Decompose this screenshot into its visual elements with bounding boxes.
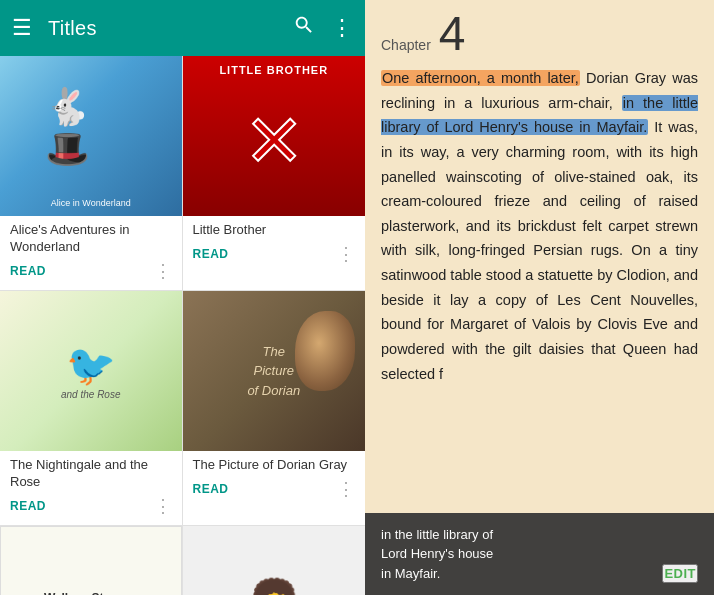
dorian-cover-text: ThePictureof Dorian bbox=[247, 342, 300, 401]
toolbar: ☰ Titles ⋮ bbox=[0, 0, 365, 56]
book-cover-wallace: Wallace Stevens · poems · bbox=[0, 526, 182, 595]
book-title-little-brother: Little Brother bbox=[193, 222, 356, 239]
chapter-number: 4 bbox=[439, 10, 466, 58]
book-cover-alice bbox=[0, 56, 182, 216]
search-icon[interactable] bbox=[293, 14, 315, 42]
book-cover-little-brother: ✕ bbox=[183, 56, 366, 216]
right-panel: Chapter 4 One afternoon, a month later, … bbox=[365, 0, 714, 595]
book-info-dorian: The Picture of Dorian Gray bbox=[183, 451, 366, 474]
book-more-icon-nightingale[interactable]: ⋮ bbox=[154, 495, 172, 517]
book-card-alice: Alice's Adventures in Wonderland READ ⋮ bbox=[0, 56, 183, 291]
book-actions-alice: READ ⋮ bbox=[0, 256, 182, 282]
read-button-nightingale[interactable]: READ bbox=[10, 495, 46, 517]
book-more-icon-little-brother[interactable]: ⋮ bbox=[337, 243, 355, 265]
wallace-cover-name: Wallace Stevens bbox=[44, 591, 138, 595]
book-actions-dorian: READ ⋮ bbox=[183, 474, 366, 500]
book-card-little-brother: ✕ Little Brother READ ⋮ bbox=[183, 56, 366, 291]
read-button-little-brother[interactable]: READ bbox=[193, 243, 229, 265]
menu-icon[interactable]: ☰ bbox=[12, 15, 32, 41]
more-options-icon[interactable]: ⋮ bbox=[331, 15, 353, 41]
left-panel: ☰ Titles ⋮ Alice's Adventures in Wonderl… bbox=[0, 0, 365, 595]
book-more-icon-alice[interactable]: ⋮ bbox=[154, 260, 172, 282]
tooltip-text: in the little library of Lord Henry's ho… bbox=[381, 525, 662, 584]
edit-button[interactable]: EDIT bbox=[662, 564, 698, 583]
highlight-orange: One afternoon, a month later, bbox=[381, 70, 580, 86]
book-cover-last: 🧑‍🦱 bbox=[183, 526, 366, 595]
book-info-little-brother: Little Brother bbox=[183, 216, 366, 239]
book-title-nightingale: The Nightingale and the Rose bbox=[10, 457, 172, 491]
reading-text-body: It was, in its way, a very charming room… bbox=[381, 119, 698, 381]
book-info-alice: Alice's Adventures in Wonderland bbox=[0, 216, 182, 256]
book-card-wallace: Wallace Stevens · poems · Wallace Steven… bbox=[0, 526, 183, 595]
chapter-label: Chapter bbox=[381, 37, 431, 53]
book-card-nightingale: The Nightingale and the Rose READ ⋮ bbox=[0, 291, 183, 526]
last-cover-person: 🧑‍🦱 bbox=[243, 577, 305, 595]
x-mark-decoration: ✕ bbox=[244, 99, 304, 183]
tooltip-popup: in the little library of Lord Henry's ho… bbox=[365, 513, 714, 596]
book-title-alice: Alice's Adventures in Wonderland bbox=[10, 222, 172, 256]
book-cover-dorian: ThePictureof Dorian bbox=[183, 291, 366, 451]
book-more-icon-dorian[interactable]: ⋮ bbox=[337, 478, 355, 500]
book-cover-nightingale bbox=[0, 291, 182, 451]
book-card-dorian: ThePictureof Dorian The Picture of Doria… bbox=[183, 291, 366, 526]
toolbar-title: Titles bbox=[48, 17, 277, 40]
books-grid: Alice's Adventures in Wonderland READ ⋮ … bbox=[0, 56, 365, 595]
book-title-dorian: The Picture of Dorian Gray bbox=[193, 457, 356, 474]
book-actions-nightingale: READ ⋮ bbox=[0, 491, 182, 517]
book-actions-little-brother: READ ⋮ bbox=[183, 239, 366, 265]
read-button-dorian[interactable]: READ bbox=[193, 478, 229, 500]
chapter-header: Chapter 4 bbox=[365, 0, 714, 62]
book-card-last: 🧑‍🦱 READ ⋮ bbox=[183, 526, 366, 595]
book-info-nightingale: The Nightingale and the Rose bbox=[0, 451, 182, 491]
read-button-alice[interactable]: READ bbox=[10, 260, 46, 282]
